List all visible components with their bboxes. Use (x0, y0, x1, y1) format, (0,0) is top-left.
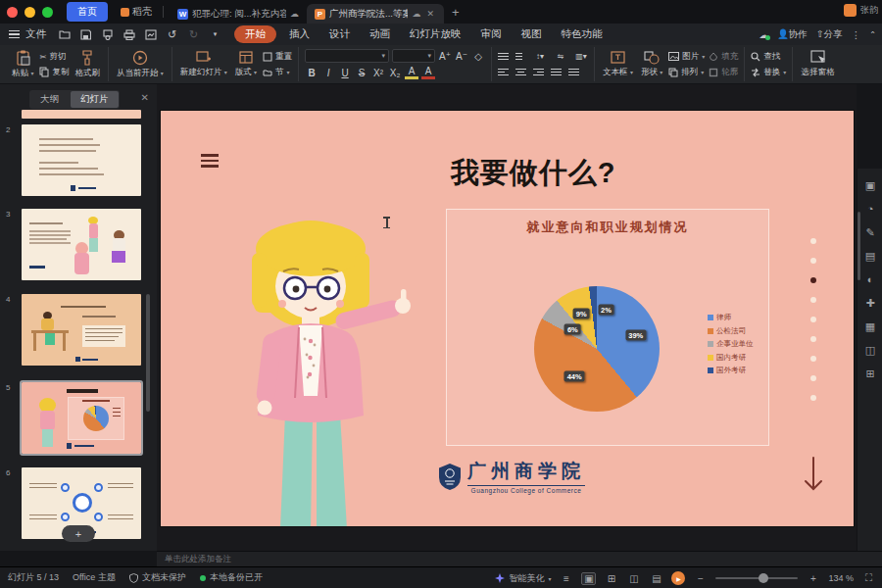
reading-view-icon[interactable]: ◫ (626, 573, 641, 584)
slide-thumbnail-3[interactable] (22, 209, 141, 280)
smart-beautify-button[interactable]: 智能美化▾ (495, 572, 551, 585)
text-direction-icon[interactable]: ⇋ (554, 52, 567, 61)
zoom-level[interactable]: 134 % (828, 573, 854, 583)
clear-format-icon[interactable]: ◇ (471, 51, 485, 62)
text-box-button[interactable]: 文本框 ▾ (601, 49, 635, 79)
collaborate-button[interactable]: 👤协作 (777, 28, 808, 41)
align-left-icon[interactable] (498, 67, 509, 77)
fullscreen-window-button[interactable] (42, 7, 53, 18)
menu-view[interactable]: 视图 (512, 24, 552, 44)
slide-sorter-view-icon[interactable]: ⊞ (604, 573, 618, 584)
shrink-font-button[interactable]: A⁻ (455, 51, 468, 62)
format-painter-button[interactable]: 格式刷 (73, 49, 102, 80)
file-menu[interactable]: 文件 (25, 27, 46, 41)
superscript-button[interactable]: X² (371, 68, 385, 78)
justify-icon[interactable] (551, 67, 562, 77)
play-slideshow-button[interactable]: ▶ (671, 571, 685, 585)
bold-button[interactable]: B (305, 68, 318, 78)
slide-thumbnail-5-current[interactable] (22, 382, 141, 454)
align-center-icon[interactable] (515, 67, 526, 77)
close-panel-icon[interactable]: ✕ (141, 92, 149, 103)
line-spacing-icon[interactable]: ↕▾ (533, 52, 547, 61)
subscript-button[interactable]: X₂ (388, 68, 402, 78)
shapes-button[interactable]: 形状 ▾ (639, 49, 664, 79)
menu-insert[interactable]: 插入 (279, 24, 319, 44)
slides-tab[interactable]: 幻灯片 (71, 91, 119, 108)
arrange-button[interactable]: 排列▾ (668, 67, 705, 78)
quickbar-more-icon[interactable]: ▾ (209, 28, 221, 41)
zoom-in-icon[interactable]: + (806, 573, 820, 584)
redo-icon[interactable]: ↻ (187, 28, 200, 41)
rail-tool-icon-5[interactable]: ◐ (863, 272, 877, 286)
document-tab-writer[interactable]: W 犯罪心理: 阅...补充内容版) ☁ (170, 4, 307, 24)
underline-button[interactable]: U (338, 68, 352, 78)
rail-tool-icon-9[interactable]: ⊞ (863, 367, 877, 380)
selection-pane-button[interactable]: 选择窗格 (799, 49, 836, 79)
menu-special-features[interactable]: 特色功能 (552, 24, 612, 44)
align-right-icon[interactable] (533, 67, 544, 77)
bullet-list-icon[interactable] (498, 51, 509, 62)
docer-tab[interactable]: 稻壳 (116, 2, 157, 22)
slide-view-icon[interactable]: ▣ (581, 572, 596, 585)
menu-review[interactable]: 审阅 (471, 24, 512, 44)
menu-home[interactable]: 开始 (234, 25, 276, 43)
print-preview-icon[interactable] (101, 28, 114, 41)
home-tab[interactable]: 首页 (67, 2, 108, 22)
notes-area[interactable]: 单击此处添加备注 (157, 551, 882, 566)
layout-button[interactable]: 版式 ▾ (233, 49, 259, 79)
user-account[interactable]: 张韵 (844, 4, 878, 17)
minimize-window-button[interactable] (24, 7, 35, 18)
open-file-icon[interactable] (58, 28, 71, 41)
theme-indicator[interactable]: Office 主题 (73, 571, 116, 584)
rail-tool-icon-4[interactable]: ▤ (863, 249, 877, 263)
normal-view-icon[interactable]: ≡ (559, 573, 573, 584)
new-tab-button[interactable]: + (444, 5, 467, 20)
cut-button[interactable]: ✂剪切 (39, 51, 69, 63)
notes-view-icon[interactable]: ▤ (649, 573, 663, 584)
more-menu-icon[interactable]: ⋮ (852, 29, 861, 40)
slide-title[interactable]: 我要做什么? (416, 154, 651, 193)
fit-to-window-icon[interactable]: ⛶ (861, 572, 876, 584)
rail-tool-icon-3[interactable]: ✎ (863, 225, 877, 239)
protection-status[interactable]: 文档未保护 (129, 571, 186, 584)
sidebar-scrollbar[interactable] (146, 294, 150, 412)
paste-button[interactable]: 粘贴 ▾ (10, 49, 35, 80)
canvas-scrollbar[interactable] (858, 212, 860, 280)
cloud-status-icon[interactable]: ☁ (759, 29, 768, 40)
save-icon[interactable] (79, 28, 92, 41)
menu-design[interactable]: 设计 (319, 24, 360, 44)
strikethrough-button[interactable]: S (355, 68, 368, 78)
rail-tool-icon-2[interactable]: ◔ (863, 202, 877, 216)
grow-font-button[interactable]: A⁺ (438, 51, 452, 62)
document-tab-presentation[interactable]: P 广州商学院法...等案的压力) ☁ ✕ (307, 4, 444, 24)
backup-status[interactable]: 本地备份已开 (200, 571, 263, 584)
picture-button[interactable]: 图片▾ (668, 51, 705, 63)
font-color-button[interactable]: A (421, 66, 435, 79)
add-slide-button[interactable]: + (62, 525, 95, 542)
menu-animation[interactable]: 动画 (360, 24, 400, 44)
rail-tool-icon-6[interactable]: ✚ (863, 296, 877, 310)
numbered-list-icon[interactable] (515, 51, 526, 62)
share-button[interactable]: ⇧分享 (816, 28, 843, 41)
font-size-select[interactable]: ▾ (392, 49, 435, 63)
current-slide[interactable]: 我要做什么? (161, 111, 854, 526)
distribute-icon[interactable] (568, 67, 579, 77)
main-menu-icon[interactable] (9, 28, 20, 40)
rail-tool-icon-7[interactable]: ▦ (863, 319, 877, 333)
collapse-ribbon-icon[interactable]: ⌃ (869, 30, 876, 39)
zoom-out-icon[interactable]: − (693, 573, 708, 584)
font-name-select[interactable]: ▾ (305, 49, 389, 63)
italic-button[interactable]: I (321, 68, 335, 78)
pie-chart[interactable]: 39% 44% 6% 9% 2% (534, 286, 660, 412)
section-button[interactable]: 节▾ (263, 67, 292, 78)
rail-tool-icon-8[interactable]: ◫ (863, 343, 877, 357)
zoom-slider[interactable] (715, 577, 798, 579)
outline-button[interactable]: 轮廓 (709, 67, 738, 78)
close-window-button[interactable] (7, 7, 18, 18)
undo-icon[interactable]: ↺ (166, 28, 178, 41)
menu-slideshow[interactable]: 幻灯片放映 (400, 24, 471, 44)
columns-icon[interactable]: ▥▾ (574, 52, 588, 61)
play-from-current-button[interactable]: 从当前开始 ▾ (115, 49, 166, 80)
chart-object[interactable]: 就业意向和职业规划情况 39% 44% 6% 9% 2% 律师 公检法司 企事业… (446, 209, 769, 446)
zoom-slider-knob[interactable] (759, 573, 768, 583)
